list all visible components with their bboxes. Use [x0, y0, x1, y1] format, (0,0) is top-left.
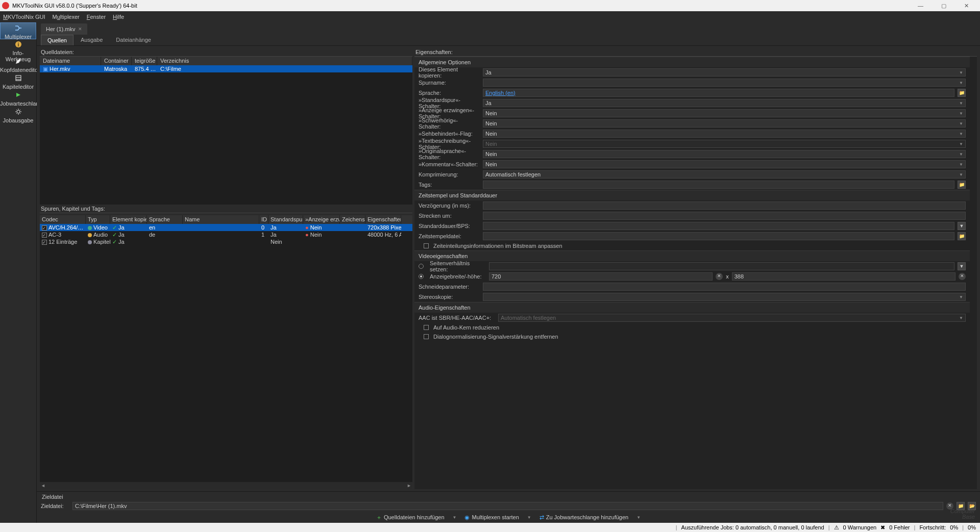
reduce-core-checkbox[interactable]	[424, 325, 429, 330]
tool-job-queue[interactable]: Jobwarteschlange	[0, 90, 36, 107]
col-container[interactable]: Container	[101, 57, 132, 65]
h-scrollbar[interactable]: ◄►	[40, 482, 412, 489]
dest-label: Zieldatei:	[41, 503, 69, 509]
width-input[interactable]: 720	[489, 272, 713, 281]
file-tabs: Her (1).mkv ✕	[37, 22, 980, 35]
status-jobs: Auszuführende Jobs: 0 automatisch, 0 man…	[681, 524, 824, 530]
dims-radio[interactable]	[419, 274, 424, 279]
start-mux-button[interactable]: ◉Multiplexen starten	[462, 513, 521, 522]
add-to-queue-dropdown[interactable]: ▼	[634, 515, 643, 520]
origlang-select[interactable]: Nein▼	[483, 150, 966, 158]
add-sources-button[interactable]: ＋Quelldateien hinzufügen	[374, 513, 447, 522]
tracks-table[interactable]: Codec Typ Element kopieren Sprache Name …	[40, 215, 412, 482]
hearing-select[interactable]: Nein▼	[483, 119, 966, 128]
menu-multiplexer[interactable]: Multiplexer	[53, 14, 80, 20]
track-checkbox[interactable]	[42, 225, 47, 231]
aac-select[interactable]: Automatisch festlegen▼	[498, 314, 966, 322]
tab-attachments[interactable]: Dateianhänge	[110, 35, 157, 45]
delay-input[interactable]	[483, 201, 966, 210]
duration-input[interactable]	[483, 222, 954, 230]
clear-width-button[interactable]: ✕	[716, 273, 723, 280]
tool-info[interactable]: i Info-Werkzeug	[0, 39, 36, 56]
track-checkbox[interactable]	[42, 233, 47, 238]
titlebar: MKVToolNix GUI v58.0.0 ('Supper's Ready'…	[0, 0, 980, 11]
copy-select[interactable]: Ja▼	[483, 68, 966, 77]
aspect-select[interactable]	[489, 262, 954, 270]
menu-help[interactable]: Hilfe	[113, 14, 124, 20]
language-select[interactable]: English (en)	[483, 89, 954, 97]
textdesc-select[interactable]: Nein▼	[483, 140, 966, 148]
cell-directory: C:\Filme	[157, 66, 412, 72]
menu-app[interactable]: MKVToolNix GUI	[3, 14, 45, 20]
pencil-icon	[14, 57, 22, 65]
track-checkbox[interactable]	[42, 240, 47, 245]
tsfile-input[interactable]	[483, 232, 954, 240]
tags-browse-button[interactable]: 📁	[958, 181, 966, 189]
crop-input[interactable]	[483, 283, 966, 291]
track-row-audio[interactable]: AC-3 Audio ✓ Ja de 1 Ja ● Nein 48000 Hz,…	[40, 231, 412, 238]
menu-window[interactable]: Fenster	[87, 14, 106, 20]
tab-sources[interactable]: Quellen	[41, 35, 74, 45]
group-video: Videoeigenschaften	[414, 250, 970, 261]
status-warnings[interactable]: 0 Warnungen	[843, 524, 877, 530]
stereo-select[interactable]: ▼	[483, 293, 966, 301]
maximize-button[interactable]: ▢	[932, 0, 955, 11]
close-tab-icon[interactable]: ✕	[78, 27, 82, 32]
height-input[interactable]: 388	[732, 272, 955, 281]
add-to-queue-button[interactable]: ⇄Zu Jobwarteschlange hinzufügen	[537, 513, 630, 522]
forced-select[interactable]: Nein▼	[483, 109, 966, 117]
minimize-button[interactable]: —	[909, 0, 932, 11]
progress-1: 0%	[950, 524, 958, 530]
statusbar: | Auszuführende Jobs: 0 automatisch, 0 m…	[0, 523, 980, 532]
tool-chapter-editor[interactable]: Kapiteleditor	[0, 73, 36, 90]
info-icon: i	[14, 40, 22, 48]
properties-label: Eigenschaften:	[414, 48, 977, 57]
file-tab[interactable]: Her (1).mkv ✕	[41, 23, 87, 35]
progress-label: Fortschritt:	[919, 524, 946, 530]
table-header: Dateiname Container teigröße Verzeichnis	[40, 57, 412, 65]
bitstream-checkbox[interactable]	[424, 243, 429, 248]
source-files-label: Quelldateien:	[40, 48, 412, 57]
compress-select[interactable]: Automatisch festlegen▼	[483, 170, 966, 179]
track-row-video[interactable]: AVC/H.264/… Video ✓ Ja en 0 Ja ● Nein 72…	[40, 224, 412, 231]
dest-input[interactable]: C:\Filme\Her (1).mkv	[72, 502, 943, 510]
comment-select[interactable]: Nein▼	[483, 160, 966, 168]
stretch-input[interactable]	[483, 212, 966, 220]
tool-label: Jobwarteschlange	[0, 100, 36, 107]
tab-output[interactable]: Ausgabe	[75, 35, 109, 45]
svg-text:i: i	[17, 41, 18, 47]
visual-select[interactable]: Nein▼	[483, 130, 966, 138]
tags-input[interactable]	[483, 181, 954, 189]
chapter-type-icon	[88, 240, 92, 244]
destination-bar: Zieldatei Zieldatei: C:\Filme\Her (1).mk…	[37, 491, 980, 512]
aspect-radio[interactable]	[419, 264, 424, 269]
table-row[interactable]: ▣ Her.mkv Matroska 875.4 … C:\Filme	[40, 65, 412, 72]
clear-height-button[interactable]: ✕	[959, 273, 966, 280]
duration-dd-button[interactable]: ▼	[958, 222, 966, 230]
tsfile-browse-button[interactable]: 📁	[958, 232, 966, 240]
add-sources-dropdown[interactable]: ▼	[451, 515, 459, 520]
source-files-table[interactable]: Dateiname Container teigröße Verzeichnis…	[40, 57, 412, 205]
col-directory[interactable]: Verzeichnis	[157, 57, 412, 65]
tool-job-output[interactable]: Jobausgabe	[0, 107, 36, 123]
dialnorm-checkbox[interactable]	[424, 334, 429, 339]
track-row-chapters[interactable]: 12 Einträge Kapitel ✓ Ja Nein	[40, 238, 412, 245]
menubar: MKVToolNix GUI Multiplexer Fenster Hilfe	[0, 11, 980, 22]
start-mux-dropdown[interactable]: ▼	[525, 515, 533, 520]
aspect-dd-button[interactable]: ▼	[958, 262, 966, 270]
multiplexer-icon	[14, 24, 22, 32]
warning-icon: ⚠	[834, 524, 839, 531]
trackname-input[interactable]: ▼	[483, 79, 966, 87]
col-size[interactable]: teigröße	[132, 57, 157, 65]
status-errors[interactable]: 0 Fehler	[889, 524, 910, 530]
tracks-header: Codec Typ Element kopieren Sprache Name …	[40, 215, 412, 224]
lang-browse-button[interactable]: 📁	[958, 89, 966, 97]
close-button[interactable]: ✕	[955, 0, 978, 11]
gear-icon	[14, 108, 22, 116]
col-filename[interactable]: Dateiname	[40, 57, 101, 65]
default-track-select[interactable]: Ja▼	[483, 99, 966, 107]
progress-2: 0%	[968, 524, 976, 530]
cell-container: Matroska	[101, 66, 132, 72]
cell-size: 875.4 …	[132, 66, 157, 72]
tool-multiplexer[interactable]: Multiplexer	[0, 22, 36, 39]
